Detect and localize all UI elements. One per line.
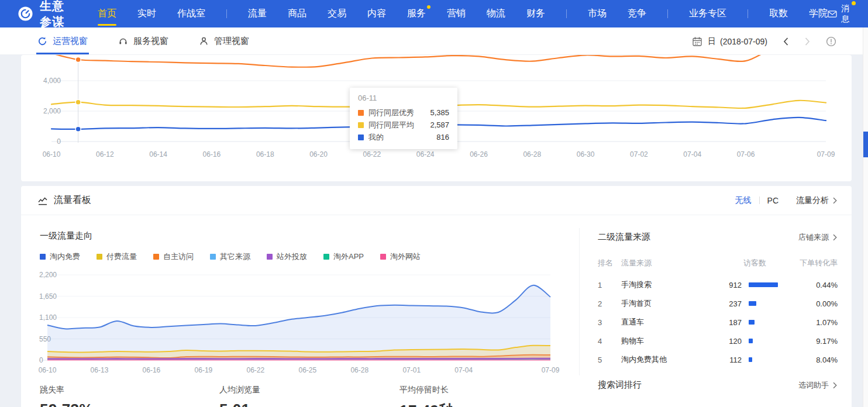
date-mode[interactable]: 日 — [708, 36, 716, 47]
column-header-访客数: 访客数 — [721, 258, 766, 268]
source-row-手淘首页[interactable]: 2手淘首页2370.00% — [598, 294, 838, 313]
top-nav: 生意参谋 首页实时作战室流量商品交易内容服务营销物流财务市场竞争业务专区取数学院… — [0, 0, 868, 27]
tooltip-series-label: 我的 — [368, 131, 384, 143]
metric-label: 人均浏览量 — [219, 385, 260, 395]
chart-tooltip: 06-11 同行同层优秀5,385同行同层平均2,587我的816 — [350, 88, 457, 149]
source-name: 购物车 — [621, 336, 721, 346]
device-tab-pc[interactable]: PC — [767, 196, 779, 205]
primary-trend-title: 一级流量走向 — [40, 230, 92, 242]
nav-message[interactable]: 消息 — [828, 4, 850, 25]
source-row-淘内免费其他[interactable]: 5淘内免费其他1128.04% — [598, 350, 838, 369]
column-header-排名: 排名 — [598, 258, 621, 268]
nav-item-物流[interactable]: 物流 — [487, 0, 505, 27]
source-visitors: 120 — [721, 337, 742, 346]
traffic-analysis-link[interactable]: 流量分析 — [796, 195, 838, 206]
next-day-button[interactable] — [804, 37, 811, 46]
nav-item-竞争[interactable]: 竞争 — [628, 0, 646, 27]
date-value[interactable]: (2018-07-09) — [720, 37, 767, 46]
primary-trend-chart: 05501,1001,6502,20006-1006-1306-1606-190… — [21, 266, 579, 383]
nav-item-作战室[interactable]: 作战室 — [177, 0, 205, 27]
info-icon[interactable] — [826, 36, 836, 47]
source-conversion: 1.07% — [785, 318, 838, 327]
x-axis-label: 06-30 — [577, 150, 595, 158]
source-visitors: 237 — [721, 299, 742, 308]
y-axis-label: 2,200 — [39, 271, 57, 279]
x-axis-label: 06-13 — [91, 366, 109, 374]
date-controls: 日 (2018-07-09) — [692, 27, 836, 55]
legend-item-付费流量[interactable]: 付费流量 — [97, 251, 137, 262]
x-axis-label: 07-04 — [683, 150, 701, 158]
nav-item-业务专区[interactable]: 业务专区 — [689, 0, 726, 27]
x-axis-label: 06-10 — [39, 366, 57, 374]
device-tab-wireless[interactable]: 无线 — [735, 195, 752, 206]
nav-item-取数[interactable]: 取数 — [769, 0, 788, 27]
nav-item-内容[interactable]: 内容 — [367, 0, 386, 27]
x-axis-label: 06-12 — [96, 150, 114, 158]
brand-name: 生意参谋 — [40, 0, 72, 30]
table-rows: 1手淘搜索9120.44%2手淘首页2370.00%3直通车1871.07%4购… — [598, 275, 838, 369]
x-axis-label: 07-02 — [630, 150, 648, 158]
view-tab-运营视窗[interactable]: 运营视窗 — [37, 27, 88, 54]
column-header-流量来源: 流量来源 — [621, 258, 721, 268]
primary-trend-legend: 淘内免费付费流量自主访问其它来源站外投放淘外APP淘外网站 — [40, 251, 421, 262]
source-row-直通车[interactable]: 3直通车1871.07% — [598, 313, 838, 332]
word-picker-link[interactable]: 选词助手 — [798, 380, 838, 391]
legend-item-淘外网站[interactable]: 淘外网站 — [380, 251, 421, 262]
tooltip-row: 同行同层优秀5,385 — [358, 106, 449, 119]
visitors-bar — [749, 357, 752, 362]
legend-item-自主访问[interactable]: 自主访问 — [153, 251, 194, 262]
tooltip-series-value: 816 — [436, 131, 449, 143]
source-row-购物车[interactable]: 4购物车1209.17% — [598, 332, 838, 350]
legend-item-淘外APP[interactable]: 淘外APP — [323, 251, 364, 262]
y-axis-label: 0 — [39, 356, 43, 364]
person-icon — [199, 36, 209, 46]
brand[interactable]: 生意参谋 — [18, 0, 72, 30]
tooltip-series-value: 2,587 — [430, 119, 449, 131]
x-axis-label: 07-04 — [454, 366, 473, 374]
scrollbar-thumb[interactable] — [863, 132, 868, 157]
nav-item-商品[interactable]: 商品 — [288, 0, 306, 27]
nav-item-交易[interactable]: 交易 — [328, 0, 346, 27]
chevron-right-icon — [832, 234, 838, 241]
metric-跳失率: 跳失率59.73% — [40, 385, 93, 407]
nav-item-学院[interactable]: 学院 — [809, 0, 828, 27]
nav-item-营销[interactable]: 营销 — [447, 0, 466, 27]
legend-item-站外投放[interactable]: 站外投放 — [267, 251, 307, 262]
y-axis-label: 0 — [57, 137, 61, 146]
shop-sources-link[interactable]: 店铺来源 — [798, 232, 838, 243]
source-row-手淘搜索[interactable]: 1手淘搜索9120.44% — [598, 275, 838, 294]
nav-item-实时[interactable]: 实时 — [137, 0, 156, 27]
sycm-dashboard: 生意参谋 首页实时作战室流量商品交易内容服务营销物流财务市场竞争业务专区取数学院… — [0, 0, 868, 407]
view-tab-服务视窗[interactable]: 服务视窗 — [118, 27, 168, 54]
series-color-swatch — [358, 122, 364, 128]
source-visitors: 112 — [721, 356, 742, 364]
view-tab-管理视窗[interactable]: 管理视窗 — [199, 27, 249, 54]
metric-value: 17.49秒 — [399, 401, 454, 407]
source-conversion: 0.00% — [785, 299, 838, 308]
legend-item-其它来源[interactable]: 其它来源 — [210, 251, 250, 262]
nav-item-市场[interactable]: 市场 — [588, 0, 607, 27]
legend-label: 自主访问 — [163, 251, 194, 262]
prev-day-button[interactable] — [783, 37, 789, 46]
view-tab-label: 运营视窗 — [53, 36, 88, 47]
x-axis-label: 06-16 — [203, 150, 221, 158]
nav-item-服务[interactable]: 服务 — [407, 0, 426, 27]
legend-color-swatch — [210, 254, 216, 260]
nav-item-流量[interactable]: 流量 — [248, 0, 267, 27]
secondary-sources-panel: 二级流量来源 店铺来源 排名流量来源访客数下单转化率 1手淘搜索9120.44%… — [579, 228, 852, 391]
tooltip-series-label: 同行同层平均 — [368, 119, 414, 131]
legend-item-淘内免费[interactable]: 淘内免费 — [40, 251, 80, 262]
visitors-bar-track — [749, 320, 785, 325]
nav-divider — [748, 9, 748, 18]
table-header: 排名流量来源访客数下单转化率 — [598, 258, 838, 268]
legend-color-swatch — [97, 254, 102, 260]
calendar-icon[interactable] — [692, 36, 702, 47]
nav-item-首页[interactable]: 首页 — [98, 0, 116, 27]
source-rank: 2 — [598, 299, 621, 308]
x-axis-label: 06-26 — [470, 150, 488, 158]
hover-dot — [75, 99, 81, 105]
nav-item-财务[interactable]: 财务 — [526, 0, 545, 27]
page-scrollbar[interactable] — [863, 27, 868, 407]
legend-color-swatch — [153, 254, 159, 260]
nav-menu: 首页实时作战室流量商品交易内容服务营销物流财务市场竞争业务专区取数学院 — [98, 0, 828, 27]
